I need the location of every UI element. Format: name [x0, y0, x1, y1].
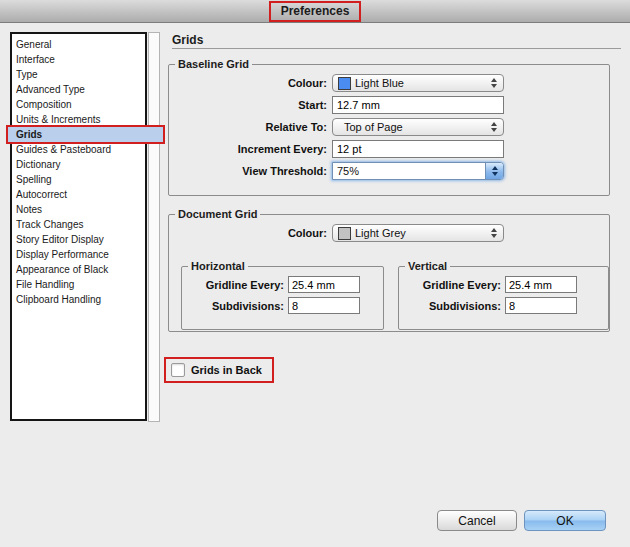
v-subdivisions-input[interactable]	[505, 297, 577, 314]
h-gridline-label: Gridline Every:	[182, 279, 284, 291]
annotation-box-title: Preferences	[269, 1, 362, 22]
sidebar-item-composition[interactable]: Composition	[12, 97, 145, 112]
h-subdivisions-input[interactable]	[288, 297, 360, 314]
baseline-relative-value: Top of Page	[338, 121, 491, 133]
baseline-grid-legend: Baseline Grid	[175, 58, 252, 70]
document-colour-row: Colour: Light Grey	[169, 224, 609, 242]
v-gridline-row: Gridline Every:	[399, 276, 608, 293]
grids-in-back-checkbox[interactable]	[171, 363, 185, 377]
ok-button[interactable]: OK	[524, 510, 606, 531]
popup-arrows-icon	[491, 228, 497, 238]
v-subdivisions-label: Subdivisions:	[399, 300, 501, 312]
sidebar-item-appearance-of-black[interactable]: Appearance of Black	[12, 262, 145, 277]
light-grey-swatch-icon	[338, 227, 351, 240]
v-subdivisions-row: Subdivisions:	[399, 297, 608, 314]
sidebar-category-list[interactable]: GeneralInterfaceTypeAdvanced TypeComposi…	[10, 32, 147, 421]
sidebar-item-guides-pasteboard[interactable]: Guides & Pasteboard	[12, 142, 145, 157]
baseline-relative-select[interactable]: Top of Page	[332, 118, 504, 136]
baseline-threshold-row: View Threshold: 75%	[169, 162, 609, 180]
light-blue-swatch-icon	[338, 77, 351, 90]
popup-arrows-icon	[491, 78, 497, 88]
horizontal-group: Horizontal Gridline Every: Subdivisions:	[181, 260, 384, 330]
document-colour-label: Colour:	[169, 227, 327, 239]
vertical-legend: Vertical	[405, 260, 450, 272]
sidebar-item-story-editor-display[interactable]: Story Editor Display	[12, 232, 145, 247]
sidebar-item-notes[interactable]: Notes	[12, 202, 145, 217]
baseline-increment-row: Increment Every:	[169, 140, 609, 158]
sidebar-item-file-handling[interactable]: File Handling	[12, 277, 145, 292]
baseline-relative-label: Relative To:	[169, 121, 327, 133]
sidebar-item-display-performance[interactable]: Display Performance	[12, 247, 145, 262]
document-colour-value: Light Grey	[355, 227, 491, 239]
baseline-start-label: Start:	[169, 99, 327, 111]
sidebar-item-general[interactable]: General	[12, 37, 145, 52]
window-title: Preferences	[281, 4, 350, 18]
baseline-increment-input[interactable]	[332, 140, 504, 158]
sidebar-item-units-increments[interactable]: Units & Increments	[12, 112, 145, 127]
heading-divider	[172, 48, 621, 49]
annotation-box-grids-in-back: Grids in Back	[164, 357, 274, 383]
preferences-dialog: Preferences GeneralInterfaceTypeAdvanced…	[0, 0, 630, 547]
stepper-arrows-icon[interactable]	[485, 163, 503, 179]
document-grid-group: Document Grid Colour: Light Grey Horizon…	[168, 208, 610, 332]
baseline-grid-group: Baseline Grid Colour: Light Blue Start: …	[168, 58, 610, 196]
sidebar-item-autocorrect[interactable]: Autocorrect	[12, 187, 145, 202]
popup-arrows-icon	[491, 122, 497, 132]
sidebar-item-advanced-type[interactable]: Advanced Type	[12, 82, 145, 97]
baseline-increment-label: Increment Every:	[169, 143, 327, 155]
h-subdivisions-row: Subdivisions:	[182, 297, 383, 314]
document-grid-legend: Document Grid	[175, 208, 260, 220]
h-subdivisions-label: Subdivisions:	[182, 300, 284, 312]
sidebar-item-grids[interactable]: Grids	[8, 127, 163, 142]
vertical-group: Vertical Gridline Every: Subdivisions:	[398, 260, 609, 330]
h-gridline-input[interactable]	[288, 276, 360, 293]
sidebar-item-dictionary[interactable]: Dictionary	[12, 157, 145, 172]
v-gridline-input[interactable]	[505, 276, 577, 293]
baseline-colour-select[interactable]: Light Blue	[332, 74, 504, 92]
baseline-colour-value: Light Blue	[355, 77, 491, 89]
h-gridline-row: Gridline Every:	[182, 276, 383, 293]
baseline-start-row: Start:	[169, 96, 609, 114]
sidebar-scrollbar[interactable]	[148, 32, 160, 422]
horizontal-legend: Horizontal	[188, 260, 248, 272]
baseline-start-input[interactable]	[332, 96, 504, 114]
page-title: Grids	[172, 33, 203, 47]
v-gridline-label: Gridline Every:	[399, 279, 501, 291]
baseline-relative-row: Relative To: Top of Page	[169, 118, 609, 136]
title-bar[interactable]: Preferences	[0, 0, 630, 23]
sidebar-item-type[interactable]: Type	[12, 67, 145, 82]
baseline-colour-row: Colour: Light Blue	[169, 74, 609, 92]
sidebar-item-interface[interactable]: Interface	[12, 52, 145, 67]
baseline-colour-label: Colour:	[169, 77, 327, 89]
sidebar-item-track-changes[interactable]: Track Changes	[12, 217, 145, 232]
baseline-threshold-label: View Threshold:	[169, 165, 327, 177]
grids-in-back-label: Grids in Back	[191, 364, 262, 376]
cancel-button[interactable]: Cancel	[437, 510, 517, 531]
baseline-threshold-combo[interactable]: 75%	[332, 162, 504, 180]
sidebar-item-spelling[interactable]: Spelling	[12, 172, 145, 187]
sidebar-item-clipboard-handling[interactable]: Clipboard Handling	[12, 292, 145, 307]
document-colour-select[interactable]: Light Grey	[332, 224, 504, 242]
baseline-threshold-value: 75%	[333, 163, 485, 179]
